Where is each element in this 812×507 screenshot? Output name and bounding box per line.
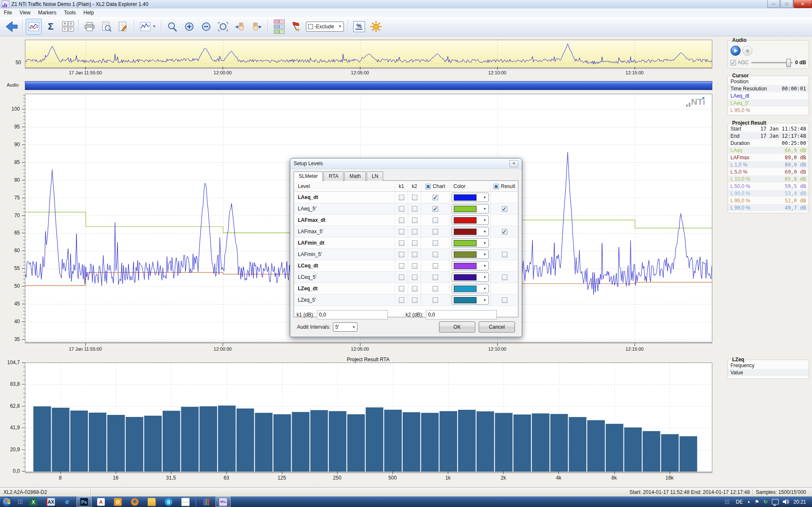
start-button[interactable] [2, 497, 12, 507]
agc-checkbox[interactable] [730, 60, 736, 65]
chart-checkbox[interactable] [433, 275, 438, 280]
chart-checkbox[interactable] [433, 218, 438, 223]
menu-markers[interactable]: Markers [34, 9, 60, 16]
k2-checkbox[interactable] [412, 218, 417, 223]
chart-checkbox[interactable] [433, 240, 438, 246]
chart-checkbox[interactable] [433, 229, 438, 234]
taskbar-app-winrar[interactable] [199, 496, 214, 507]
close-button[interactable]: ✕ [793, 0, 812, 8]
chart-checkbox[interactable] [433, 263, 438, 269]
k2-input[interactable] [426, 310, 497, 319]
color-dropdown[interactable]: ▼ [452, 284, 489, 293]
menu-file[interactable]: File [0, 9, 16, 16]
minimize-button[interactable]: ─ [767, 0, 780, 8]
chart-checkbox[interactable] [433, 206, 438, 212]
result-checkbox[interactable] [502, 206, 507, 212]
k1-checkbox[interactable] [399, 229, 404, 234]
chart-checkbox[interactable] [433, 252, 438, 257]
table-sum-button[interactable]: Σ [43, 19, 59, 35]
gain-slider[interactable] [751, 62, 793, 63]
chart-type-select-button[interactable]: ▼ [137, 19, 158, 35]
volume-icon[interactable] [783, 499, 789, 504]
k2-checkbox[interactable] [412, 275, 417, 280]
menu-view[interactable]: View [16, 9, 34, 16]
tab-math[interactable]: Math [344, 172, 366, 181]
result-checkbox[interactable] [502, 297, 507, 303]
zoom-in-button[interactable] [181, 19, 197, 35]
color-dropdown[interactable]: ▼ [452, 261, 489, 270]
k1-checkbox[interactable] [399, 240, 404, 246]
k2-checkbox[interactable] [412, 206, 417, 212]
show-hidden-icons-icon[interactable]: ▲ [747, 500, 750, 504]
k2-checkbox[interactable] [412, 263, 417, 269]
color-dropdown[interactable]: ▼ [452, 295, 489, 305]
chart-view-button[interactable] [26, 19, 42, 35]
taskbar-app-notepad[interactable]: ——— [178, 496, 193, 507]
add-marker-button[interactable]: + [288, 19, 304, 35]
k2-checkbox[interactable] [412, 195, 417, 200]
tab-rta[interactable]: RTA [324, 172, 343, 181]
color-dropdown[interactable]: ▼ [452, 193, 489, 202]
taskbar-app-xl2-data-explorer[interactable] [215, 496, 231, 507]
exclude-marker-dropdown[interactable]: -Exclude ▼ [306, 22, 344, 32]
taskbar-app-skype[interactable]: S [161, 496, 176, 507]
chart-checkbox[interactable] [433, 297, 438, 303]
tab-slmeter[interactable]: SLMeter [294, 172, 323, 181]
sync-icon[interactable]: ↻ [763, 499, 768, 505]
k1-checkbox[interactable] [399, 218, 404, 223]
k1-checkbox[interactable] [399, 286, 404, 292]
action-center-flag-icon[interactable]: ⚑ [755, 499, 759, 505]
clock[interactable]: 20:21 [793, 499, 806, 505]
k1-checkbox[interactable] [399, 195, 404, 200]
zoom-fit-button[interactable] [215, 19, 231, 35]
play-button[interactable] [730, 46, 741, 56]
rta-bar-chart[interactable] [25, 363, 712, 473]
select-all-result-checkbox[interactable] [493, 184, 499, 189]
maximize-button[interactable]: □ [780, 0, 793, 8]
color-dropdown[interactable]: ▼ [452, 204, 489, 213]
dialog-close-button[interactable]: ✕ [510, 160, 518, 167]
taskbar-app-outlook[interactable]: O [110, 496, 125, 507]
audio-waveform-strip[interactable] [25, 81, 712, 90]
ascf-levels-button[interactable]: ASCF [60, 19, 76, 35]
k2-checkbox[interactable] [412, 286, 417, 292]
result-checkbox[interactable] [502, 229, 507, 234]
k1-checkbox[interactable] [399, 206, 404, 212]
tab-ln[interactable]: LN [367, 172, 383, 181]
pan-right-button[interactable]: ▶ [249, 19, 265, 35]
k2-checkbox[interactable] [412, 240, 417, 246]
audit-intervals-dropdown[interactable]: 5' ▼ [333, 322, 357, 332]
k1-input[interactable] [317, 310, 388, 319]
taskbar-app-tex-editor[interactable]: AX [43, 496, 58, 507]
k1-checkbox[interactable] [399, 297, 404, 303]
k2-checkbox[interactable] [412, 229, 417, 234]
dialog-titlebar[interactable]: Setup Levels ✕ [290, 158, 522, 169]
language-indicator[interactable]: DE [736, 499, 743, 505]
percent-button[interactable]: % [351, 19, 367, 35]
taskbar-app-acrobat-reader[interactable]: A [93, 496, 109, 507]
back-button[interactable] [4, 19, 20, 35]
stop-button[interactable] [742, 46, 752, 56]
k2-checkbox[interactable] [412, 297, 417, 303]
color-dropdown[interactable]: ▼ [452, 215, 489, 225]
overview-chart[interactable] [25, 40, 712, 69]
result-checkbox[interactable] [502, 252, 507, 257]
k1-checkbox[interactable] [399, 252, 404, 257]
color-dropdown[interactable]: ▼ [452, 238, 489, 248]
marker-colors-button[interactable] [271, 19, 287, 35]
zoom-out-button[interactable] [198, 19, 214, 35]
gain-slider-handle[interactable] [786, 59, 791, 67]
chart-checkbox[interactable] [433, 286, 438, 292]
pan-left-button[interactable]: ◀ [232, 19, 248, 35]
chart-checkbox[interactable] [433, 195, 438, 200]
print-preview-button[interactable] [98, 19, 114, 35]
taskbar-app-internet-explorer[interactable]: e [60, 496, 75, 507]
color-dropdown[interactable]: ▼ [452, 227, 489, 236]
select-all-chart-checkbox[interactable] [425, 184, 431, 189]
report-button[interactable] [115, 19, 131, 35]
menu-tools[interactable]: Tools [60, 9, 79, 16]
taskbar-app-firefox[interactable] [127, 496, 142, 507]
taskbar-app-windows-explorer[interactable] [144, 496, 159, 507]
print-button[interactable] [82, 19, 98, 35]
k2-checkbox[interactable] [412, 252, 417, 257]
